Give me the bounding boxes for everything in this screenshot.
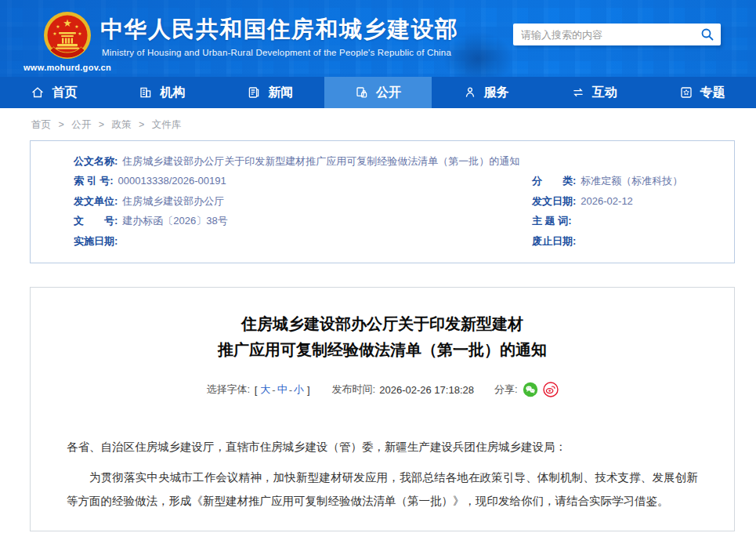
weibo-share-icon[interactable] [543,382,559,397]
publish-time-label: 发布时间: [332,383,376,397]
nav-label: 公开 [376,85,401,101]
nav-label: 首页 [52,85,77,101]
article-meta-bar: 选择字体: [ 大 - 中 - 小 ] 发布时间: 2026-02-26 17:… [31,382,734,397]
bracket-open: [ [255,384,258,396]
search-icon [700,27,714,42]
article-title-line2: 推广应用可复制经验做法清单（第一批）的通知 [31,337,734,363]
nav-item-interaction[interactable]: 互动 [540,77,648,108]
nav-label: 机构 [160,85,185,101]
doc-issuing-unit-label: 发文单位: [74,191,118,211]
nav-item-disclosure[interactable]: 公开 [324,77,432,108]
breadcrumb-policy[interactable]: 政策 [112,119,132,130]
doc-number-value: 建办标函〔2026〕38号 [122,211,227,230]
nav-item-topics[interactable]: 专题 [648,77,756,108]
doc-name-value: 住房城乡建设部办公厅关于印发新型建材推广应用可复制经验做法清单（第一批）的通知 [122,151,519,171]
svg-text:★: ★ [74,24,78,29]
search-input[interactable] [513,24,694,45]
breadcrumb-separator: > [58,119,63,130]
doc-effective-date-label: 实施日期: [74,231,118,251]
interaction-icon [571,85,585,100]
doc-issue-date-value: 2026-02-12 [581,191,633,211]
nav-item-home[interactable]: 首页 [0,77,108,108]
document-info-panel: 公文名称: 住房城乡建设部办公厅关于印发新型建材推广应用可复制经验做法清单（第一… [30,140,735,263]
service-icon [463,85,477,100]
doc-index-label: 索 引 号: [74,171,114,190]
page: ★ ★ ★ ★ ★ www.mohurd.gov.cn 中华人民共和国住房和城乡… [0,0,756,533]
site-header: ★ ★ ★ ★ ★ www.mohurd.gov.cn 中华人民共和国住房和城乡… [0,0,756,77]
breadcrumb: 首页 > 公开 > 政策 > 文件库 [0,108,756,140]
article-body: 各省、自治区住房城乡建设厅，直辖市住房城乡建设（管）委，新疆生产建设兵团住房城乡… [31,435,734,513]
breadcrumb-file-library[interactable]: 文件库 [152,119,182,130]
nav-label: 互动 [592,85,617,101]
font-size-label: 选择字体: [206,383,250,397]
publish-time-value: 2026-02-26 17:18:28 [379,384,474,396]
organization-icon [139,85,153,100]
doc-category-label: 分 类: [532,171,576,190]
doc-issue-date-label: 发文日期: [532,191,576,211]
doc-subject-words-label: 主 题 词: [532,211,572,230]
news-icon [247,85,261,100]
article-title-line1: 住房城乡建设部办公厅关于印发新型建材 [31,311,734,337]
doc-repeal-date-label: 废止日期: [532,231,576,251]
svg-text:★: ★ [63,17,72,29]
search-box [513,24,721,45]
breadcrumb-home[interactable]: 首页 [31,119,51,130]
main-navigation: 首页 机构 新闻 公开 服务 [0,77,756,108]
nav-item-organization[interactable]: 机构 [108,77,216,108]
doc-name-label: 公文名称: [74,151,118,171]
doc-index-value: 000013338/2026-00191 [118,171,226,190]
nav-item-services[interactable]: 服务 [432,77,540,108]
font-size-separator: - [272,384,275,396]
font-size-small-link[interactable]: 小 [294,383,304,397]
article-title: 住房城乡建设部办公厅关于印发新型建材 推广应用可复制经验做法清单（第一批）的通知 [31,311,734,363]
svg-text:★: ★ [56,24,60,29]
bracket-close: ] [307,384,310,396]
breadcrumb-disclosure[interactable]: 公开 [71,119,91,130]
svg-text:★: ★ [78,31,81,36]
article-paragraph-salutation: 各省、自治区住房城乡建设厅，直辖市住房城乡建设（管）委，新疆生产建设兵团住房城乡… [67,435,698,459]
article-paragraph-main: 为贯彻落实中央城市工作会议精神，加快新型建材研发应用，我部总结各地在政策引导、体… [67,466,698,513]
doc-issuing-unit-value: 住房城乡建设部办公厅 [122,191,224,211]
nav-label: 服务 [484,85,509,101]
site-url: www.mohurd.gov.cn [24,63,111,72]
site-subtitle: Ministry of Housing and Urban-Rural Deve… [102,48,451,57]
doc-number-label: 文 号: [74,211,118,230]
disclosure-icon [355,85,369,100]
national-emblem-icon: ★ ★ ★ ★ ★ [41,9,94,63]
nav-item-news[interactable]: 新闻 [216,77,324,108]
wechat-share-icon[interactable] [523,382,538,397]
svg-text:★: ★ [52,31,56,36]
doc-category-value: 标准定额（标准科技） [581,171,682,190]
font-size-medium-link[interactable]: 中 [277,383,288,397]
search-button[interactable] [694,24,721,45]
home-icon [31,85,45,100]
breadcrumb-separator: > [139,119,144,130]
topics-icon [679,85,693,100]
share-label: 分享: [494,383,518,397]
font-size-separator: - [289,384,292,396]
nav-label: 专题 [700,85,725,101]
site-title: 中华人民共和国住房和城乡建设部 [100,14,459,45]
font-size-large-link[interactable]: 大 [260,383,270,397]
nav-label: 新闻 [268,85,293,101]
article-panel: 住房城乡建设部办公厅关于印发新型建材 推广应用可复制经验做法清单（第一批）的通知… [30,287,735,531]
breadcrumb-separator: > [99,119,104,130]
